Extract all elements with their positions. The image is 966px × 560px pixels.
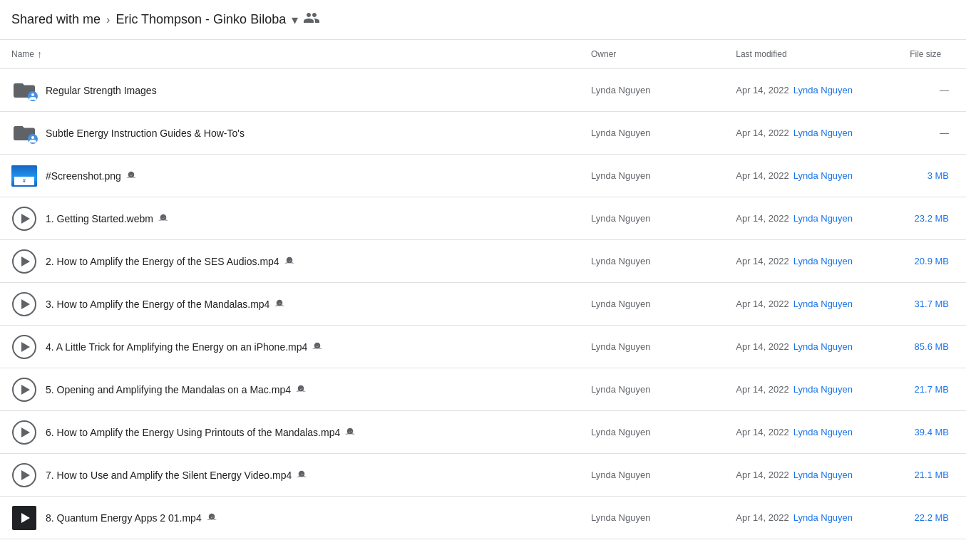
- file-name-label[interactable]: 4. A Little Trick for Amplifying the Ene…: [46, 341, 323, 353]
- table-row[interactable]: 4. A Little Trick for Amplifying the Ene…: [0, 326, 966, 368]
- cell-name: 6. How to Amplify the Energy Using Print…: [0, 411, 580, 454]
- file-name-label[interactable]: #Screenshot.png: [46, 170, 137, 182]
- table-row[interactable]: Regular Strength Images Lynda Nguyen Apr…: [0, 69, 966, 112]
- table-row[interactable]: 8. Quantum Energy Apps 2 01.mp4 Lynda Ng…: [0, 497, 966, 539]
- modified-by[interactable]: Lynda Nguyen: [793, 256, 853, 266]
- table-row[interactable]: 2. How to Amplify the Energy of the SES …: [0, 240, 966, 283]
- col-header-size[interactable]: File size: [898, 40, 966, 69]
- file-name-label[interactable]: 6. How to Amplify the Energy Using Print…: [46, 426, 356, 439]
- file-row-name: 6. How to Amplify the Energy Using Print…: [11, 420, 568, 445]
- cell-name: # #Screenshot.png: [0, 155, 580, 197]
- modified-date: Apr 14, 2022: [736, 299, 788, 309]
- file-icon: #: [11, 163, 37, 189]
- breadcrumb-shared-link[interactable]: Shared with me: [11, 12, 101, 27]
- table-row[interactable]: 7. How to Use and Amplify the Silent Ene…: [0, 454, 966, 497]
- breadcrumb: Shared with me › Eric Thompson - Ginko B…: [0, 0, 966, 40]
- cell-modified: Apr 14, 2022 Lynda Nguyen: [724, 283, 898, 326]
- cell-size: 39.4 MB: [898, 411, 966, 454]
- modified-cell: Apr 14, 2022 Lynda Nguyen: [736, 170, 887, 181]
- people-icon[interactable]: [304, 11, 319, 28]
- folder-person-icon: [14, 124, 35, 142]
- shared-icon: [206, 512, 217, 524]
- cell-name: 7. How to Use and Amplify the Silent Ene…: [0, 454, 580, 497]
- shared-icon: [274, 298, 285, 311]
- cell-owner: Lynda Nguyen: [580, 240, 724, 283]
- modified-date: Apr 14, 2022: [736, 213, 788, 224]
- cell-owner: Lynda Nguyen: [580, 454, 724, 497]
- file-name-label[interactable]: 3. How to Amplify the Energy of the Mand…: [46, 298, 285, 311]
- cell-size: —: [898, 112, 966, 155]
- modified-date: Apr 14, 2022: [736, 170, 788, 181]
- modified-date: Apr 14, 2022: [736, 256, 788, 266]
- modified-cell: Apr 14, 2022 Lynda Nguyen: [736, 85, 887, 95]
- table-header: Name ↑ Owner Last modified File size: [0, 40, 966, 69]
- video-play-black-icon: [12, 506, 36, 530]
- cell-modified: Apr 14, 2022 Lynda Nguyen: [724, 112, 898, 155]
- person-badge-icon: [28, 134, 38, 144]
- modified-by[interactable]: Lynda Nguyen: [793, 341, 853, 352]
- file-name-label[interactable]: 5. Opening and Amplifying the Mandalas o…: [46, 383, 307, 396]
- modified-cell: Apr 14, 2022 Lynda Nguyen: [736, 256, 887, 266]
- modified-by[interactable]: Lynda Nguyen: [793, 213, 853, 224]
- file-name-label[interactable]: 7. How to Use and Amplify the Silent Ene…: [46, 469, 307, 482]
- modified-by[interactable]: Lynda Nguyen: [793, 128, 853, 138]
- cell-size: 21.7 MB: [898, 368, 966, 411]
- col-header-name[interactable]: Name ↑: [0, 40, 580, 69]
- file-row-name: 4. A Little Trick for Amplifying the Ene…: [11, 334, 568, 360]
- cell-modified: Apr 14, 2022 Lynda Nguyen: [724, 155, 898, 197]
- modified-cell: Apr 14, 2022 Lynda Nguyen: [736, 341, 887, 352]
- modified-date: Apr 14, 2022: [736, 85, 788, 95]
- file-icon: [11, 505, 37, 531]
- cell-name: 8. Quantum Energy Apps 2 01.mp4: [0, 497, 580, 539]
- modified-cell: Apr 14, 2022 Lynda Nguyen: [736, 128, 887, 138]
- video-play-icon: [12, 292, 36, 316]
- table-row[interactable]: # #Screenshot.png Lynda Nguyen Apr 14, 2…: [0, 155, 966, 197]
- shared-icon: [284, 255, 295, 268]
- modified-by[interactable]: Lynda Nguyen: [793, 85, 853, 95]
- file-name-label[interactable]: Subtle Energy Instruction Guides & How-T…: [46, 128, 245, 139]
- shared-icon: [295, 383, 307, 396]
- file-row-name: 5. Opening and Amplifying the Mandalas o…: [11, 377, 568, 403]
- file-name-label[interactable]: Regular Strength Images: [46, 85, 157, 96]
- cell-name: 1. Getting Started.webm: [0, 197, 580, 240]
- table-row[interactable]: 6. How to Amplify the Energy Using Print…: [0, 411, 966, 454]
- sort-arrow-icon: ↑: [37, 48, 42, 60]
- file-icon: [11, 377, 37, 403]
- file-icon: [11, 291, 37, 317]
- col-header-modified[interactable]: Last modified: [724, 40, 898, 69]
- cell-owner: Lynda Nguyen: [580, 283, 724, 326]
- modified-date: Apr 14, 2022: [736, 341, 788, 352]
- modified-by[interactable]: Lynda Nguyen: [793, 512, 853, 523]
- file-name-label[interactable]: 1. Getting Started.webm: [46, 212, 169, 225]
- file-table: Name ↑ Owner Last modified File size: [0, 40, 966, 539]
- breadcrumb-folder-name[interactable]: Eric Thompson - Ginko Biloba: [115, 12, 286, 27]
- cell-owner: Lynda Nguyen: [580, 197, 724, 240]
- cell-name: 5. Opening and Amplifying the Mandalas o…: [0, 368, 580, 411]
- table-row[interactable]: Subtle Energy Instruction Guides & How-T…: [0, 112, 966, 155]
- cell-name: 4. A Little Trick for Amplifying the Ene…: [0, 326, 580, 368]
- breadcrumb-separator: ›: [106, 14, 110, 26]
- shared-icon: [158, 212, 169, 225]
- modified-by[interactable]: Lynda Nguyen: [793, 427, 853, 437]
- file-row-name: 3. How to Amplify the Energy of the Mand…: [11, 291, 568, 317]
- modified-by[interactable]: Lynda Nguyen: [793, 384, 853, 395]
- table-row[interactable]: 1. Getting Started.webm Lynda Nguyen Apr…: [0, 197, 966, 240]
- video-play-icon: [12, 249, 36, 274]
- modified-by[interactable]: Lynda Nguyen: [793, 299, 853, 309]
- table-row[interactable]: 5. Opening and Amplifying the Mandalas o…: [0, 368, 966, 411]
- modified-date: Apr 14, 2022: [736, 470, 788, 480]
- cell-size: 21.1 MB: [898, 454, 966, 497]
- breadcrumb-dropdown-icon[interactable]: ▾: [292, 12, 298, 28]
- col-header-owner[interactable]: Owner: [580, 40, 724, 69]
- cell-modified: Apr 14, 2022 Lynda Nguyen: [724, 454, 898, 497]
- modified-cell: Apr 14, 2022 Lynda Nguyen: [736, 427, 887, 437]
- file-name-label[interactable]: 2. How to Amplify the Energy of the SES …: [46, 255, 295, 268]
- cell-owner: Lynda Nguyen: [580, 155, 724, 197]
- table-row[interactable]: 3. How to Amplify the Energy of the Mand…: [0, 283, 966, 326]
- modified-cell: Apr 14, 2022 Lynda Nguyen: [736, 512, 887, 523]
- file-icon: [11, 462, 37, 488]
- modified-by[interactable]: Lynda Nguyen: [793, 470, 853, 480]
- cell-name: 3. How to Amplify the Energy of the Mand…: [0, 283, 580, 326]
- modified-by[interactable]: Lynda Nguyen: [793, 170, 853, 181]
- file-name-label[interactable]: 8. Quantum Energy Apps 2 01.mp4: [46, 512, 217, 524]
